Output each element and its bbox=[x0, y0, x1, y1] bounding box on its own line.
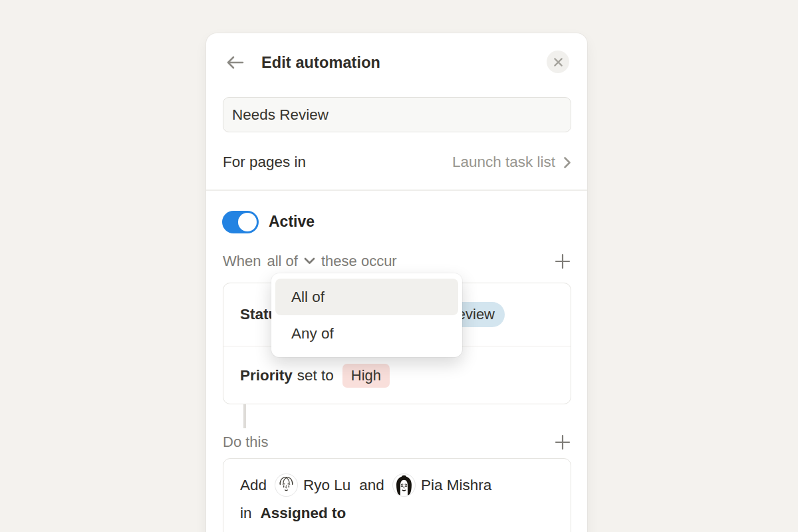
dialog-header: Edit automation bbox=[224, 50, 569, 75]
priority-value-pill: High bbox=[342, 364, 390, 388]
trigger-suffix: these occur bbox=[321, 253, 397, 270]
page: { "page": { "background": "#F4F2EE" }, "… bbox=[0, 0, 798, 532]
person-name: Pia Mishra bbox=[421, 477, 491, 494]
action-preposition: in bbox=[240, 505, 252, 522]
arrow-left-icon bbox=[225, 55, 245, 70]
action-property: Assigned to bbox=[261, 505, 346, 522]
operator-menu: All of Any of bbox=[271, 273, 462, 357]
plus-icon bbox=[554, 434, 571, 451]
scope-row: For pages in Launch task list bbox=[223, 148, 571, 177]
action-header-row: Do this bbox=[223, 432, 571, 452]
chevron-down-icon bbox=[304, 257, 315, 265]
person-name: Ryo Lu bbox=[303, 477, 350, 494]
action-line-1: Add bbox=[240, 473, 555, 497]
operator-value: all of bbox=[267, 253, 297, 270]
automation-name-input[interactable] bbox=[223, 97, 571, 132]
trigger-prefix: When bbox=[223, 253, 261, 270]
chevron-right-icon bbox=[563, 156, 571, 169]
edit-automation-dialog: Edit automation For pages in Launch task… bbox=[206, 33, 587, 532]
back-button[interactable] bbox=[224, 52, 245, 73]
avatar-pia-mishra bbox=[393, 474, 415, 496]
toggle-knob bbox=[238, 213, 257, 231]
scope-value: Launch task list bbox=[452, 154, 555, 171]
operator-dropdown-button[interactable]: all of bbox=[267, 253, 315, 270]
close-button[interactable] bbox=[547, 51, 569, 73]
section-divider bbox=[206, 190, 587, 191]
condition-verb: set to bbox=[297, 367, 334, 384]
action-section-label: Do this bbox=[223, 434, 268, 451]
action-conjunction: and bbox=[359, 477, 384, 494]
scope-selector[interactable]: Launch task list bbox=[452, 154, 571, 171]
flow-connector-line bbox=[243, 404, 246, 428]
dialog-title: Edit automation bbox=[261, 54, 380, 72]
action-verb: Add bbox=[240, 477, 267, 494]
trigger-header-row: When all of these occur bbox=[223, 251, 571, 271]
avatar-ryo-lu bbox=[275, 474, 297, 496]
active-toggle-label: Active bbox=[269, 213, 315, 231]
action-box[interactable]: Add bbox=[223, 458, 571, 532]
condition-property: Priority bbox=[240, 367, 293, 384]
menu-item-all-of[interactable]: All of bbox=[275, 279, 458, 315]
scope-label: For pages in bbox=[223, 154, 306, 171]
add-action-button[interactable] bbox=[554, 434, 571, 451]
active-toggle-row: Active bbox=[222, 209, 315, 234]
plus-icon bbox=[554, 253, 571, 270]
add-trigger-button[interactable] bbox=[554, 253, 571, 270]
active-toggle[interactable] bbox=[222, 211, 259, 233]
action-line-2: in Assigned to bbox=[240, 501, 555, 525]
close-icon bbox=[553, 57, 563, 67]
menu-item-any-of[interactable]: Any of bbox=[275, 315, 458, 352]
